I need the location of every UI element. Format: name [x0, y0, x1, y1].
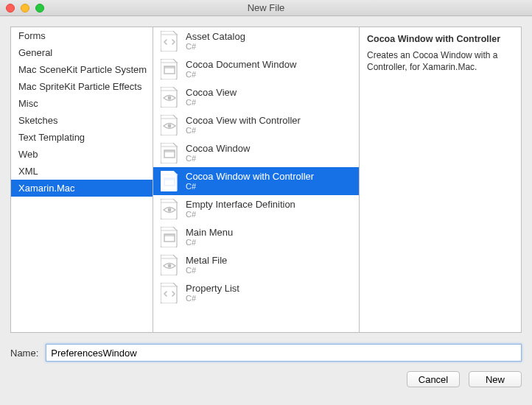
name-row: Name: [0, 339, 532, 367]
maximize-window-button[interactable] [35, 4, 44, 13]
template-label: Empty Interface Definition [186, 199, 295, 211]
template-label: Cocoa View with Controller [186, 115, 301, 127]
view-file-icon [159, 254, 180, 276]
name-input[interactable] [46, 344, 522, 362]
main-panels: FormsGeneralMac SceneKit Particle System… [0, 16, 532, 339]
category-item[interactable]: Mac SpriteKit Particle Effects [11, 78, 153, 95]
button-row: Cancel New [0, 367, 532, 398]
template-item[interactable]: Cocoa WindowC# [153, 139, 359, 167]
view-file-icon [159, 86, 180, 108]
template-label: Cocoa Window with Controller [186, 171, 314, 183]
titlebar: New File [0, 0, 532, 16]
template-item[interactable]: Cocoa Window with ControllerC# [153, 167, 359, 195]
minimize-window-button[interactable] [21, 4, 29, 13]
window-file-icon [159, 142, 180, 164]
template-item[interactable]: Asset CatalogC# [153, 27, 359, 55]
window-file-icon [159, 170, 180, 192]
template-sublabel: C# [186, 294, 239, 303]
template-sublabel: C# [186, 266, 227, 275]
code-file-icon [159, 282, 180, 304]
template-label: Cocoa Document Window [186, 59, 296, 71]
template-text: Property ListC# [186, 283, 239, 304]
category-item[interactable]: XML [11, 163, 153, 180]
detail-title: Cocoa Window with Controller [367, 33, 514, 46]
new-button[interactable]: New [469, 371, 522, 387]
template-label: Main Menu [186, 227, 233, 239]
template-label: Cocoa Window [186, 143, 250, 155]
view-file-icon [159, 114, 180, 136]
category-item[interactable]: Xamarin.Mac [11, 180, 153, 197]
template-sublabel: C# [186, 42, 245, 52]
detail-description: Creates an Cocoa Window with a Controlle… [367, 49, 514, 74]
view-file-icon [159, 198, 180, 220]
code-file-icon [159, 30, 180, 52]
window-title: New File [0, 2, 532, 13]
category-item[interactable]: Forms [11, 27, 153, 44]
template-item[interactable]: Cocoa View with ControllerC# [153, 111, 359, 139]
template-text: Cocoa View with ControllerC# [186, 115, 301, 136]
template-list[interactable]: Asset CatalogC#Cocoa Document WindowC#Co… [153, 27, 360, 333]
template-label: Asset Catalog [186, 31, 245, 43]
template-sublabel: C# [186, 238, 233, 247]
category-item[interactable]: Mac SceneKit Particle System [11, 61, 153, 78]
template-item[interactable]: Cocoa Document WindowC# [153, 55, 359, 83]
template-text: Metal FileC# [186, 255, 227, 276]
template-text: Empty Interface DefinitionC# [186, 199, 295, 220]
name-label: Name: [10, 348, 38, 359]
window-file-icon [159, 58, 180, 80]
cancel-button[interactable]: Cancel [407, 371, 460, 387]
category-item[interactable]: Sketches [11, 112, 153, 129]
detail-panel: Cocoa Window with Controller Creates an … [360, 27, 522, 333]
template-text: Asset CatalogC# [186, 31, 245, 52]
template-label: Metal File [186, 255, 227, 267]
template-text: Cocoa Window with ControllerC# [186, 171, 314, 192]
template-label: Property List [186, 283, 239, 295]
template-item[interactable]: Property ListC# [153, 279, 359, 307]
template-item[interactable]: Metal FileC# [153, 251, 359, 279]
template-text: Main MenuC# [186, 227, 233, 248]
category-item[interactable]: Text Templating [11, 129, 153, 146]
window-file-icon [159, 226, 180, 248]
category-item[interactable]: General [11, 44, 153, 61]
category-item[interactable]: Misc [11, 95, 153, 112]
template-sublabel: C# [186, 70, 296, 80]
close-window-button[interactable] [6, 4, 15, 13]
template-item[interactable]: Empty Interface DefinitionC# [153, 195, 359, 223]
template-item[interactable]: Cocoa ViewC# [153, 83, 359, 111]
template-label: Cocoa View [186, 87, 237, 99]
template-text: Cocoa WindowC# [186, 143, 250, 164]
category-list[interactable]: FormsGeneralMac SceneKit Particle System… [10, 27, 153, 333]
template-sublabel: C# [186, 126, 301, 135]
category-item[interactable]: Web [11, 146, 153, 163]
template-sublabel: C# [186, 182, 314, 191]
template-sublabel: C# [186, 154, 250, 163]
template-text: Cocoa Document WindowC# [186, 59, 296, 80]
template-item[interactable]: Main MenuC# [153, 223, 359, 251]
template-sublabel: C# [186, 210, 295, 219]
template-text: Cocoa ViewC# [186, 87, 237, 108]
template-sublabel: C# [186, 98, 237, 108]
traffic-lights [6, 4, 44, 13]
